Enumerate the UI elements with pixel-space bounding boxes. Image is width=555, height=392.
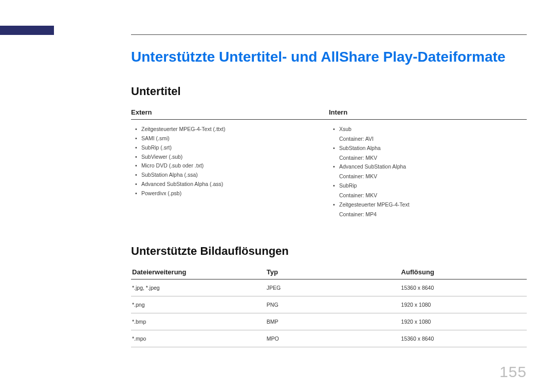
table-cell: *.png bbox=[131, 296, 266, 313]
table-cell: *.bmp bbox=[131, 313, 266, 330]
list-item: Advanced SubStation Alpha (.ass) bbox=[135, 180, 329, 189]
table-cell: 1920 x 1080 bbox=[400, 313, 527, 330]
section-heading-resolutions: Unterstützte Bildauflösungen bbox=[131, 245, 527, 258]
page-content: Unterstützte Untertitel- und AllShare Pl… bbox=[131, 49, 527, 347]
table-cell: *.mpo bbox=[131, 330, 266, 347]
list-item: SubViewer (.sub) bbox=[135, 153, 329, 162]
container-label: Container: MKV bbox=[339, 191, 527, 200]
table-cell: 1920 x 1080 bbox=[400, 296, 527, 313]
list-item: SubRip (.srt) bbox=[135, 143, 329, 153]
container-label: Container: MKV bbox=[339, 172, 527, 181]
container-label: Container: AVI bbox=[339, 135, 527, 144]
resolutions-table: Dateierweiterung Typ Auflösung *.jpg, *.… bbox=[131, 265, 527, 347]
table-row: *.jpg, *.jpegJPEG15360 x 8640 bbox=[131, 279, 527, 296]
extern-list: Zeitgesteuerter MPEG-4-Text (.ttxt)SAMI … bbox=[135, 125, 329, 198]
table-cell: JPEG bbox=[266, 279, 400, 296]
column-header-extension: Dateierweiterung bbox=[131, 265, 266, 279]
column-header-resolution: Auflösung bbox=[400, 265, 527, 279]
list-item: SAMI (.smi) bbox=[135, 134, 329, 143]
container-label: Container: MKV bbox=[339, 154, 527, 163]
list-item: Micro DVD (.sub oder .txt) bbox=[135, 161, 329, 171]
column-header-extern: Extern bbox=[131, 105, 329, 120]
container-label: Container: MP4 bbox=[339, 210, 527, 219]
list-item: Powerdivx (.psb) bbox=[135, 189, 329, 198]
page-title: Unterstützte Untertitel- und AllShare Pl… bbox=[131, 49, 527, 65]
table-row: *.pngPNG1920 x 1080 bbox=[131, 296, 527, 313]
list-item: Zeitgesteuerter MPEG-4-TextContainer: MP… bbox=[333, 200, 527, 219]
table-cell: PNG bbox=[266, 296, 400, 313]
table-cell: 15360 x 8640 bbox=[400, 279, 527, 296]
list-item: Zeitgesteuerter MPEG-4-Text (.ttxt) bbox=[135, 125, 329, 134]
extern-cell: Zeitgesteuerter MPEG-4-Text (.ttxt)SAMI … bbox=[131, 120, 329, 233]
table-cell: 15360 x 8640 bbox=[400, 330, 527, 347]
table-row: *.bmpBMP1920 x 1080 bbox=[131, 313, 527, 330]
column-header-intern: Intern bbox=[329, 105, 527, 120]
list-item: Advanced SubStation AlphaContainer: MKV bbox=[333, 162, 527, 181]
table-cell: BMP bbox=[266, 313, 400, 330]
intern-list: XsubContainer: AVISubStation AlphaContai… bbox=[333, 125, 527, 219]
table-cell: *.jpg, *.jpeg bbox=[131, 279, 266, 296]
column-header-type: Typ bbox=[266, 265, 400, 279]
header-accent-bar bbox=[0, 26, 54, 35]
intern-cell: XsubContainer: AVISubStation AlphaContai… bbox=[329, 120, 527, 233]
list-item: SubStation AlphaContainer: MKV bbox=[333, 144, 527, 163]
top-horizontal-rule bbox=[131, 34, 527, 35]
list-item: SubRipContainer: MKV bbox=[333, 181, 527, 200]
list-item: SubStation Alpha (.ssa) bbox=[135, 171, 329, 180]
list-item: XsubContainer: AVI bbox=[333, 125, 527, 144]
page-number: 155 bbox=[499, 363, 527, 381]
subtitles-table: Extern Intern Zeitgesteuerter MPEG-4-Tex… bbox=[131, 105, 527, 232]
section-heading-subtitles: Untertitel bbox=[131, 85, 527, 98]
table-cell: MPO bbox=[266, 330, 400, 347]
table-row: *.mpoMPO15360 x 8640 bbox=[131, 330, 527, 347]
